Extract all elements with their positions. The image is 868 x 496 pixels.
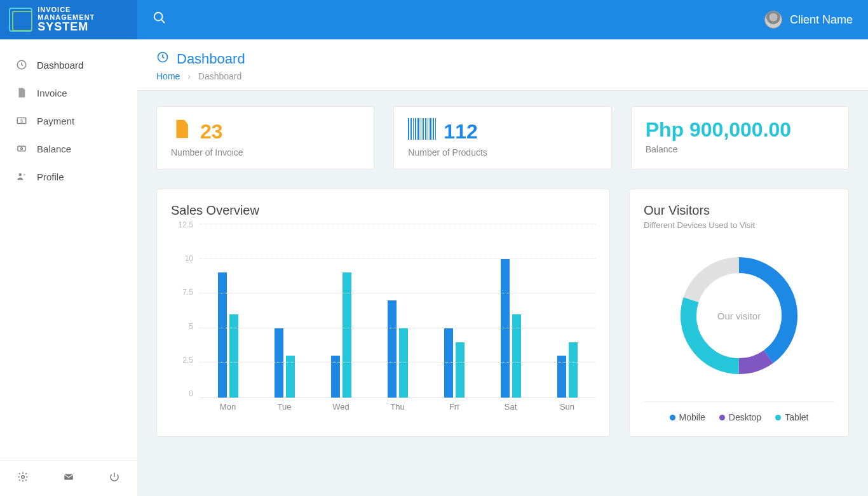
dashboard-icon [15,59,28,70]
dot-icon [775,415,781,420]
stat-label: Number of Invoice [171,147,360,158]
sidebar-item-label: Profile [37,171,64,182]
sidebar-item-invoice[interactable]: Invoice [0,79,137,107]
logo-text: INVOICE MANAGEMENT SYSTEM [37,6,128,34]
dashboard-title-icon [156,51,169,67]
page-head: Dashboard Home › Dashboard [137,39,868,91]
breadcrumb: Home › Dashboard [156,71,849,81]
stat-card-balance: Php 900,000.00 Balance [631,106,849,170]
sidebar-item-label: Dashboard [37,60,83,70]
stat-card-products: 112 Number of Products [393,106,611,170]
logo[interactable]: INVOICE MANAGEMENT SYSTEM [0,0,137,39]
svg-point-6 [21,148,23,150]
stat-card-invoice: 23 Number of Invoice [156,106,374,170]
user-name: Client Name [790,13,853,27]
svg-text:$: $ [20,118,24,124]
avatar [764,11,782,29]
file-icon [171,118,193,145]
topbar: INVOICE MANAGEMENT SYSTEM Client Name [0,0,868,39]
legend-item: Tablet [775,412,808,422]
invoice-icon [15,87,28,98]
brand-line1: INVOICE MANAGEMENT [37,6,95,21]
brand-line2: SYSTEM [37,21,128,34]
user-menu[interactable]: Client Name [764,11,853,29]
stat-value: Php 900,000.00 [646,118,834,142]
barcode-icon [408,118,436,145]
chart-title: Sales Overview [171,203,595,218]
svg-point-7 [19,173,22,177]
power-icon[interactable] [109,471,120,486]
svg-point-0 [154,13,163,21]
donut-center-label: Our visitor [717,311,761,321]
donut-chart: Our visitor [672,249,806,382]
sidebar: Dashboard Invoice $ Payment Balance Prof… [0,39,137,496]
sidebar-item-balance[interactable]: Balance [0,135,137,163]
stat-label: Balance [646,144,834,154]
stat-value: 112 [444,120,477,144]
sidebar-item-profile[interactable]: Profile [0,163,137,191]
search-icon[interactable] [153,11,166,29]
dot-icon [670,415,675,420]
sidebar-item-label: Balance [37,144,71,154]
dot-icon [719,415,725,420]
svg-point-9 [22,476,25,479]
chart-title: Our Visitors [644,203,834,218]
balance-icon [15,143,28,154]
page-title: Dashboard [177,51,245,67]
svg-point-8 [24,174,25,176]
payment-icon: $ [15,115,28,126]
sidebar-item-label: Payment [37,116,74,126]
sidebar-item-dashboard[interactable]: Dashboard [0,51,137,79]
sidebar-item-payment[interactable]: $ Payment [0,107,137,135]
svg-rect-5 [18,146,25,151]
donut-legend: Mobile Desktop Tablet [644,401,834,422]
logo-icon [9,8,32,32]
visitors-card: Our Visitors Different Devices Used to V… [629,189,849,437]
settings-icon[interactable] [17,471,29,486]
stat-label: Number of Products [408,147,597,158]
mail-icon[interactable] [63,471,74,486]
main: Dashboard Home › Dashboard 23 Number of … [137,39,868,496]
stat-value: 23 [200,120,223,144]
svg-line-1 [161,20,165,23]
svg-rect-10 [64,474,73,480]
chart-subtitle: Different Devices Used to Visit [644,220,834,230]
chevron-right-icon: › [187,71,191,81]
breadcrumb-current: Dashboard [198,71,242,81]
bar-chart: 02.557.51012.5 MonTueWedThuFriSatSun [171,220,595,417]
profile-icon [15,171,28,182]
sidebar-item-label: Invoice [37,88,67,98]
legend-item: Mobile [670,412,705,422]
sidebar-footer [0,460,137,496]
sales-overview-card: Sales Overview 02.557.51012.5 MonTueWedT… [156,189,610,437]
legend-item: Desktop [719,412,761,422]
breadcrumb-home[interactable]: Home [156,71,180,81]
